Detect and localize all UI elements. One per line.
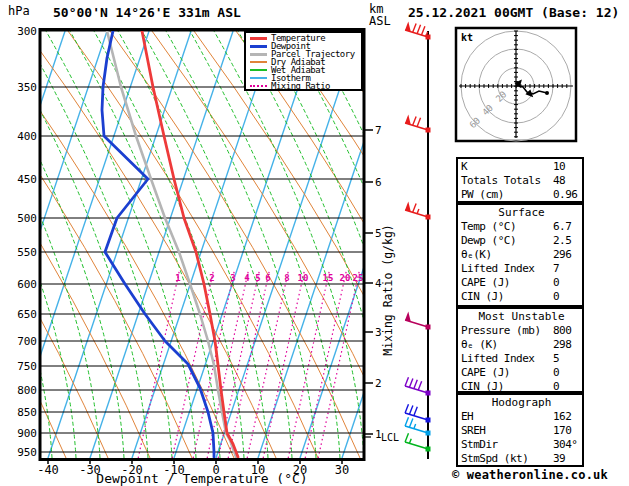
wind-barb	[405, 202, 430, 220]
stat-row: CIN (J)0	[461, 380, 582, 393]
hodograph-stats-panel: Hodograph EH162 SREH170 StmDir304° StmSp…	[456, 393, 584, 467]
mixing-ratio-swatch	[250, 85, 267, 87]
svg-text:700: 700	[17, 335, 37, 348]
lcl-label: LCL	[381, 432, 399, 443]
parcel-line-swatch	[250, 53, 267, 56]
svg-text:15: 15	[323, 273, 334, 283]
pressure-tick-labels: 3003504004505005506006507007508008509009…	[17, 25, 37, 459]
stat-row: CAPE (J)0	[461, 366, 582, 380]
svg-text:800: 800	[17, 384, 37, 397]
svg-text:500: 500	[17, 212, 37, 225]
svg-text:1: 1	[175, 273, 180, 283]
svg-text:2: 2	[209, 273, 214, 283]
mixing-ratio-lines	[138, 270, 359, 458]
wind-barb-column	[405, 22, 430, 459]
isotherm-swatch	[250, 77, 267, 79]
dewpoint-line-swatch	[250, 45, 267, 48]
svg-text:6: 6	[375, 176, 382, 189]
stat-row: θₑ(K)296	[461, 248, 582, 262]
most-unstable-panel-title: Most Unstable	[461, 310, 582, 324]
wind-barb	[405, 433, 430, 451]
stat-row: Lifted Index7	[461, 262, 582, 276]
station-title: 50°00'N 14°26'E 331m ASL	[53, 5, 241, 20]
stat-row: StmSpd (kt)39	[461, 452, 582, 466]
stat-row: Temp (°C)6.7	[461, 220, 582, 234]
surface-panel: Surface Temp (°C)6.7 Dewp (°C)2.5 θₑ(K)2…	[456, 203, 584, 307]
stat-row: θₑ (K)298	[461, 338, 582, 352]
hodograph: 204060kt	[456, 28, 576, 141]
stat-row: Lifted Index5	[461, 352, 582, 366]
hodograph-panel-title: Hodograph	[461, 396, 582, 410]
svg-text:-40: -40	[37, 463, 59, 477]
wind-barb	[405, 22, 430, 40]
most-unstable-panel: Most Unstable Pressure (mb)800 θₑ (K)298…	[456, 307, 584, 393]
svg-text:550: 550	[17, 246, 37, 259]
altitude-unit-label: kmASL	[369, 3, 391, 27]
temperature-curve	[142, 31, 238, 457]
svg-text:600: 600	[17, 278, 37, 291]
svg-text:8: 8	[284, 273, 289, 283]
svg-text:4: 4	[244, 273, 250, 283]
date-title: 25.12.2021 00GMT (Base: 12)	[408, 5, 619, 20]
stat-row: CAPE (J)0	[461, 276, 582, 290]
svg-text:750: 750	[17, 360, 37, 373]
indices-panel: K10 Totals Totals48 PW (cm)0.96	[456, 157, 584, 203]
asl-label: ASL	[369, 14, 391, 28]
svg-text:7: 7	[375, 124, 382, 137]
hodograph-unit-label: kt	[461, 32, 473, 43]
stat-row: Pressure (mb)800	[461, 324, 582, 338]
svg-text:300: 300	[17, 25, 37, 38]
temperature-line-swatch	[250, 37, 267, 40]
temp-axis-caption: Dewpoint / Temperature (°C)	[96, 471, 307, 486]
mixing-ratio-axis-label: Mixing Ratio (g/kg)	[381, 224, 395, 356]
svg-text:350: 350	[17, 81, 37, 94]
sounding-page: 1234568101520253003504004505005506006507…	[0, 0, 629, 486]
wind-barb	[405, 115, 430, 133]
svg-text:3: 3	[230, 273, 235, 283]
stat-row: Dewp (°C)2.5	[461, 234, 582, 248]
credit-text: © weatheronline.co.uk	[452, 468, 608, 482]
svg-text:950: 950	[17, 446, 37, 459]
stat-row: K10	[461, 160, 582, 174]
stat-row: Totals Totals48	[461, 174, 582, 188]
stat-row: StmDir304°	[461, 438, 582, 452]
legend-box: Temperature Dewpoint Parcel Trajectory D…	[244, 31, 363, 91]
wind-barb	[405, 377, 430, 395]
dry-adiabat-swatch	[250, 61, 267, 63]
stat-row: SREH170	[461, 424, 582, 438]
legend-label: Mixing Ratio	[271, 82, 330, 90]
svg-text:6: 6	[265, 273, 270, 283]
parcel-trajectory-curve	[107, 31, 236, 457]
isotherms	[0, 31, 485, 458]
svg-text:20: 20	[340, 273, 351, 283]
pressure-unit-label: hPa	[8, 5, 30, 17]
legend-item-mixing-ratio: Mixing Ratio	[248, 82, 361, 90]
svg-text:850: 850	[17, 406, 37, 419]
surface-panel-title: Surface	[461, 206, 582, 220]
svg-text:900: 900	[17, 427, 37, 440]
wind-barb	[405, 404, 430, 422]
svg-text:2: 2	[375, 377, 382, 390]
wind-barb	[405, 312, 430, 330]
svg-text:650: 650	[17, 308, 37, 321]
stat-row: PW (cm)0.96	[461, 188, 582, 202]
svg-text:10: 10	[298, 273, 309, 283]
svg-text:30: 30	[335, 463, 349, 477]
svg-text:25: 25	[353, 273, 364, 283]
svg-text:450: 450	[17, 173, 37, 186]
stat-row: CIN (J)0	[461, 290, 582, 304]
svg-text:400: 400	[17, 130, 37, 143]
svg-text:5: 5	[255, 273, 260, 283]
wet-adiabat-swatch	[250, 69, 267, 71]
stat-row: EH162	[461, 410, 582, 424]
